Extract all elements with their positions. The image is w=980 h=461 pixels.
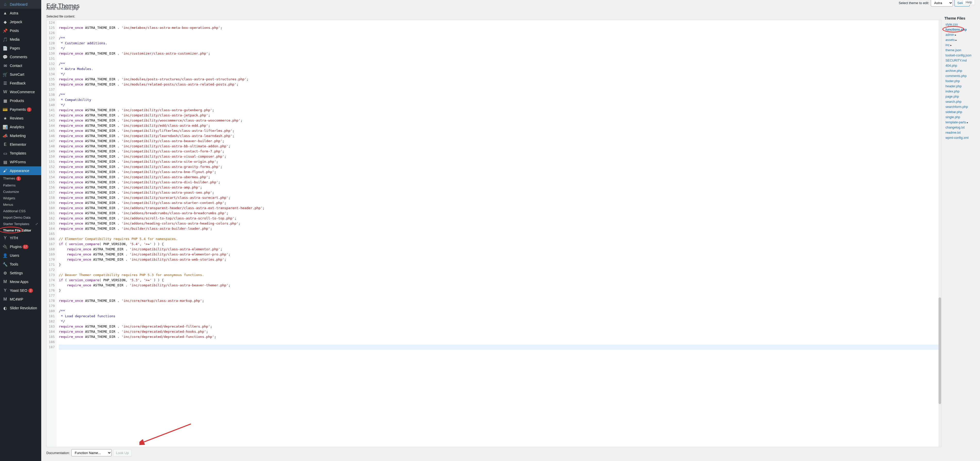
menu-woo[interactable]: WWooCommerce: [0, 87, 41, 96]
code-line[interactable]: */: [59, 72, 939, 77]
menu-yoast[interactable]: YYoast SEO2: [0, 286, 41, 295]
menu-templates[interactable]: ▭Templates: [0, 149, 41, 157]
menu-marketing[interactable]: 📣Marketing: [0, 131, 41, 140]
code-line[interactable]: /**: [59, 92, 939, 97]
menu-appearance[interactable]: 🖌Appearance: [0, 166, 41, 175]
code-line[interactable]: require_once ASTRA_THEME_DIR . 'inc/addo…: [59, 205, 939, 211]
submenu-item[interactable]: Starter Templates⤢: [0, 221, 41, 227]
code-line[interactable]: require_once ASTRA_THEME_DIR . 'inc/meta…: [59, 25, 939, 30]
menu-comments[interactable]: 💬Comments: [0, 52, 41, 61]
submenu-item[interactable]: Additional CSS: [0, 208, 41, 214]
theme-file-item[interactable]: comments.php: [945, 73, 975, 79]
code-line[interactable]: * Astra Modules.: [59, 67, 939, 72]
theme-file-item[interactable]: SECURITY.md: [945, 58, 975, 63]
code-line[interactable]: require_once ASTRA_THEME_DIR . 'inc/comp…: [59, 257, 939, 262]
theme-file-item[interactable]: searchform.php: [945, 104, 975, 110]
code-line[interactable]: [59, 345, 939, 350]
menu-wpforms[interactable]: ▤WPForms: [0, 157, 41, 166]
submenu-item[interactable]: Themes1: [0, 175, 41, 182]
theme-file-item[interactable]: sidebar.php: [945, 110, 975, 114]
code-line[interactable]: require_once ASTRA_THEME_DIR . 'inc/comp…: [59, 170, 939, 175]
menu-astra[interactable]: ▲Astra: [0, 9, 41, 17]
code-line[interactable]: * Load deprecated functions: [59, 314, 939, 319]
code-line[interactable]: require_once ASTRA_THEME_DIR . 'inc/core…: [59, 298, 939, 304]
theme-file-item[interactable]: functions.php: [945, 27, 975, 32]
menu-dashboard[interactable]: ⌂Dashboard: [0, 0, 41, 9]
code-line[interactable]: require_once ASTRA_THEME_DIR . 'inc/comp…: [59, 144, 939, 149]
code-line[interactable]: }: [59, 262, 939, 267]
menu-settings[interactable]: ⚙Settings: [0, 269, 41, 277]
code-content[interactable]: require_once ASTRA_THEME_DIR . 'inc/meta…: [57, 20, 941, 447]
theme-file-item[interactable]: archive.php: [945, 68, 975, 73]
menu-products[interactable]: ▦Products: [0, 96, 41, 105]
code-line[interactable]: require_once ASTRA_THEME_DIR . 'inc/core…: [59, 324, 939, 329]
code-line[interactable]: * Customizer additions.: [59, 41, 939, 46]
code-line[interactable]: [59, 231, 939, 237]
menu-jetpack[interactable]: ◆Jetpack: [0, 17, 41, 26]
code-line[interactable]: require_once ASTRA_THEME_DIR . 'inc/comp…: [59, 195, 939, 200]
theme-file-item[interactable]: admin: [945, 32, 975, 37]
menu-meow[interactable]: MMeow Apps: [0, 277, 41, 286]
submenu-item[interactable]: Customize: [0, 189, 41, 195]
menu-yith[interactable]: YYITH: [0, 234, 41, 242]
code-line[interactable]: /**: [59, 308, 939, 314]
menu-surecart[interactable]: 🛒SureCart: [0, 70, 41, 79]
code-line[interactable]: require_once ASTRA_THEME_DIR . 'inc/comp…: [59, 113, 939, 118]
theme-file-item[interactable]: inc: [945, 43, 975, 48]
submenu-item[interactable]: Menus: [0, 201, 41, 208]
code-line[interactable]: require_once ASTRA_THEME_DIR . 'inc/comp…: [59, 138, 939, 144]
code-line[interactable]: }: [59, 288, 939, 293]
code-line[interactable]: require_once ASTRA_THEME_DIR . 'inc/core…: [59, 329, 939, 334]
help-tab[interactable]: Help: [963, 0, 975, 5]
code-line[interactable]: // Beaver Themer compatibility requires …: [59, 272, 939, 278]
code-line[interactable]: [59, 56, 939, 61]
theme-file-item[interactable]: toolset-config.json: [945, 53, 975, 58]
code-line[interactable]: /**: [59, 61, 939, 67]
theme-file-item[interactable]: footer.php: [945, 79, 975, 84]
theme-file-item[interactable]: wpml-config.xml: [945, 135, 975, 140]
submenu-item[interactable]: Patterns: [0, 182, 41, 189]
code-line[interactable]: require_once ASTRA_THEME_DIR . 'inc/comp…: [59, 283, 939, 288]
code-line[interactable]: require_once ASTRA_THEME_DIR . 'inc/comp…: [59, 164, 939, 170]
theme-file-item[interactable]: single.php: [945, 114, 975, 120]
code-line[interactable]: */: [59, 319, 939, 324]
submenu-item[interactable]: Theme File Editor: [0, 227, 41, 234]
theme-file-item[interactable]: theme.json: [945, 48, 975, 53]
code-line[interactable]: [59, 267, 939, 272]
code-line[interactable]: require_once ASTRA_THEME_DIR . 'inc/comp…: [59, 175, 939, 180]
menu-feedback[interactable]: ☰Feedback: [0, 79, 41, 87]
code-line[interactable]: require_once ASTRA_THEME_DIR . 'inc/modu…: [59, 82, 939, 87]
code-line[interactable]: require_once ASTRA_THEME_DIR . 'inc/comp…: [59, 190, 939, 195]
theme-file-item[interactable]: style.css: [945, 22, 975, 27]
code-line[interactable]: */: [59, 46, 939, 51]
code-line[interactable]: */: [59, 102, 939, 108]
theme-file-item[interactable]: template-parts: [945, 120, 975, 125]
code-line[interactable]: * Compatibility: [59, 97, 939, 102]
code-line[interactable]: require_once ASTRA_THEME_DIR . 'inc/comp…: [59, 128, 939, 134]
code-line[interactable]: require_once ASTRA_THEME_DIR . 'inc/comp…: [59, 200, 939, 205]
theme-file-item[interactable]: assets: [945, 37, 975, 43]
code-line[interactable]: require_once ASTRA_THEME_DIR . 'inc/comp…: [59, 159, 939, 164]
menu-users[interactable]: 👤Users: [0, 251, 41, 260]
code-line[interactable]: require_once ASTRA_THEME_DIR . 'inc/comp…: [59, 154, 939, 159]
menu-contact[interactable]: ✉Contact: [0, 61, 41, 70]
theme-file-item[interactable]: 404.php: [945, 63, 975, 68]
menu-slider[interactable]: ◐Slider Revolution: [0, 304, 41, 312]
code-line[interactable]: require_once ASTRA_THEME_DIR . 'inc/addo…: [59, 216, 939, 221]
code-line[interactable]: require_once ASTRA_THEME_DIR . 'inc/cust…: [59, 51, 939, 56]
menu-pages[interactable]: 📄Pages: [0, 44, 41, 52]
menu-media[interactable]: 🎵Media: [0, 35, 41, 44]
lookup-button[interactable]: Look Up: [113, 449, 132, 456]
code-line[interactable]: [59, 87, 939, 92]
theme-file-item[interactable]: header.php: [945, 84, 975, 89]
code-line[interactable]: [59, 30, 939, 35]
code-line[interactable]: if ( version_compare( PHP_VERSION, '5.3'…: [59, 278, 939, 283]
code-line[interactable]: require_once ASTRA_THEME_DIR . 'inc/comp…: [59, 134, 939, 138]
menu-payments[interactable]: 💳Payments1: [0, 105, 41, 114]
menu-analytics[interactable]: 📊Analytics: [0, 122, 41, 131]
code-line[interactable]: require_once ASTRA_THEME_DIR . 'inc/comp…: [59, 123, 939, 128]
code-line[interactable]: /**: [59, 35, 939, 41]
code-line[interactable]: if ( version_compare( PHP_VERSION, '5.4'…: [59, 242, 939, 247]
menu-mc4wp[interactable]: MMC4WP: [0, 295, 41, 304]
code-line[interactable]: require_once ASTRA_THEME_DIR . 'inc/comp…: [59, 118, 939, 123]
